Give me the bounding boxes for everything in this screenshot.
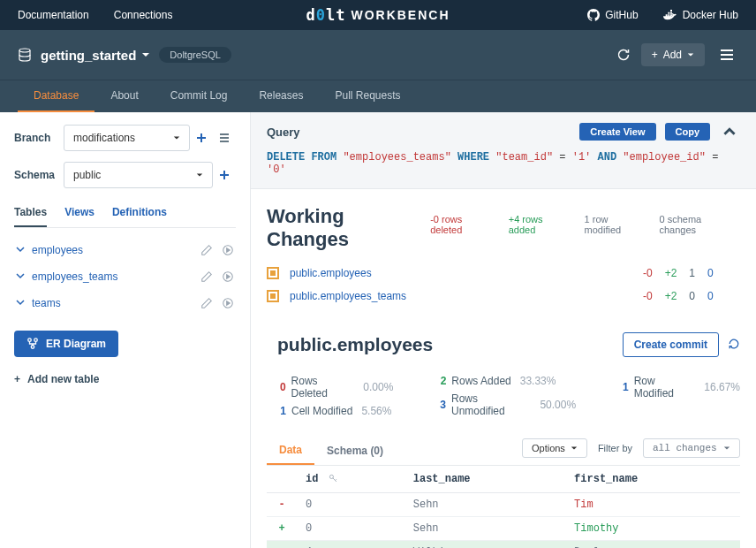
create-view-button[interactable]: Create View [579, 123, 655, 141]
play-icon[interactable] [222, 297, 234, 309]
edit-icon[interactable] [200, 270, 213, 283]
svg-point-6 [31, 346, 34, 349]
github-link[interactable]: GitHub [587, 9, 638, 21]
branch-label: Branch [14, 132, 64, 144]
table-name: employees [32, 244, 83, 256]
play-icon[interactable] [222, 244, 234, 256]
connections-link[interactable]: Connections [114, 9, 173, 21]
brand-logo: d0lt WORKBENCH [306, 6, 450, 24]
row-added-count: +2 [665, 290, 677, 302]
column-header[interactable]: first_name [565, 466, 740, 493]
diff-row: -0SehnTim [267, 493, 740, 517]
diff-cell: Timothy [565, 517, 740, 541]
branch-select[interactable]: modifications [64, 125, 190, 151]
column-header[interactable]: last_name [404, 466, 565, 493]
diff-cell: 0 [297, 517, 404, 541]
add-branch-button[interactable] [190, 126, 213, 149]
sidebar: Branch modifications Schema public Table… [0, 112, 251, 548]
chevron-down-icon [16, 245, 25, 254]
modified-icon [267, 290, 279, 302]
collapse-query-button[interactable] [719, 121, 740, 142]
table-item[interactable]: teams [14, 290, 236, 316]
filter-label: Filter by [598, 443, 632, 453]
branch-list-button[interactable] [213, 126, 236, 149]
diff-sign: + [267, 541, 297, 549]
chevron-down-icon [687, 51, 694, 58]
query-sql[interactable]: DELETE FROM "employees_teams" WHERE "tea… [267, 151, 740, 176]
diff-cell: 0 [297, 493, 404, 517]
sidebar-tab-definitions[interactable]: Definitions [112, 206, 167, 227]
menu-icon[interactable] [715, 44, 738, 65]
query-panel: Query Create View Copy DELETE FROM "empl… [251, 112, 756, 189]
repo-bar: getting_started DoltgreSQL +Add [0, 30, 756, 80]
diff-cell: 4 [297, 541, 404, 549]
sidebar-tab-tables[interactable]: Tables [14, 206, 47, 227]
changed-table-row[interactable]: public.employees -0 +2 1 0 [267, 262, 740, 285]
stat-modified: 1 row modified [585, 214, 647, 235]
add-table-button[interactable]: +Add new table [14, 373, 236, 385]
stat-added: +4 rows added [509, 214, 572, 235]
diff-table: id last_namefirst_name -0SehnTim+0SehnTi… [267, 466, 740, 548]
refresh-icon[interactable] [616, 48, 631, 62]
detail-title: public.employees [277, 334, 433, 355]
sidebar-tab-views[interactable]: Views [64, 206, 94, 227]
tab-database[interactable]: Database [18, 80, 94, 112]
stat-item: 0Rows Deleted0.00% [277, 375, 393, 400]
docker-link[interactable]: Docker Hub [663, 9, 738, 21]
detail-tab-data[interactable]: Data [267, 437, 314, 465]
detail-tab-schema[interactable]: Schema (0) [314, 438, 396, 464]
database-dropdown-icon[interactable] [141, 50, 150, 59]
tab-commit-log[interactable]: Commit Log [155, 80, 244, 112]
docs-link[interactable]: Documentation [18, 9, 89, 21]
chevron-down-icon [173, 134, 180, 141]
add-button[interactable]: +Add [641, 43, 705, 66]
chevron-down-icon [571, 445, 578, 452]
stat-deleted: -0 rows deleted [430, 214, 496, 235]
row-deleted-count: -0 [643, 267, 653, 279]
diagram-icon [26, 338, 39, 350]
svg-point-4 [28, 339, 32, 342]
play-icon[interactable] [222, 270, 234, 283]
row-modified-count: 0 [689, 290, 695, 302]
stat-schema: 0 schema changes [659, 214, 740, 235]
table-item[interactable]: employees_teams [14, 263, 236, 290]
changed-table-row[interactable]: public.employees_teams -0 +2 0 0 [267, 285, 740, 308]
working-changes: Working Changes -0 rows deleted +4 rows … [251, 189, 756, 316]
column-header[interactable]: id [297, 466, 404, 493]
working-changes-title: Working Changes [267, 205, 430, 251]
diff-cell: Sehn [404, 493, 565, 517]
diff-cell: Sehn [404, 517, 565, 541]
table-name: employees_teams [32, 270, 117, 283]
query-title: Query [267, 126, 300, 139]
database-name[interactable]: getting_started [41, 48, 136, 63]
filter-select[interactable]: all changes [643, 438, 740, 458]
add-schema-button[interactable] [213, 164, 236, 186]
row-deleted-count: -0 [643, 290, 653, 302]
database-icon [18, 48, 32, 62]
schema-change-count: 0 [707, 267, 714, 279]
chevron-up-icon [723, 126, 736, 138]
content: Query Create View Copy DELETE FROM "empl… [251, 112, 756, 548]
schema-label: Schema [14, 169, 64, 181]
svg-point-0 [19, 49, 30, 52]
tab-releases[interactable]: Releases [243, 80, 319, 112]
chevron-down-icon [196, 171, 203, 179]
sidebar-tabs: Tables Views Definitions [14, 206, 236, 228]
er-diagram-button[interactable]: ER Diagram [14, 331, 118, 357]
changed-table-name: public.employees [290, 267, 372, 279]
edit-icon[interactable] [200, 297, 213, 309]
table-list: employees employees_teams teams [14, 237, 236, 316]
reset-button[interactable] [728, 338, 740, 353]
copy-query-button[interactable]: Copy [665, 123, 711, 141]
table-item[interactable]: employees [14, 237, 236, 263]
stat-item: 3Rows Unmodified50.00% [437, 392, 576, 417]
options-button[interactable]: Options [522, 438, 587, 458]
tab-pull-requests[interactable]: Pull Requests [319, 80, 416, 112]
diff-row: +0SehnTimothy [267, 517, 740, 541]
tab-about[interactable]: About [94, 80, 154, 112]
edit-icon[interactable] [200, 244, 213, 256]
key-icon [329, 474, 338, 483]
top-bar: Documentation Connections d0lt WORKBENCH… [0, 0, 756, 30]
create-commit-button[interactable]: Create commit [623, 332, 719, 357]
schema-select[interactable]: public [64, 162, 213, 188]
